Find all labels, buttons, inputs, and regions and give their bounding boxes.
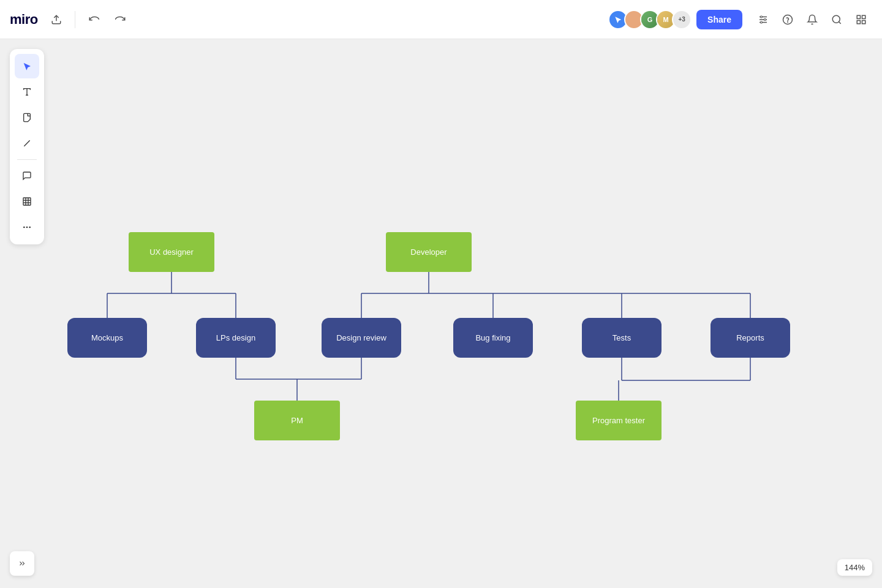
svg-point-6 <box>761 21 763 23</box>
undo-button[interactable] <box>83 9 105 31</box>
node-bug-fixing[interactable]: Bug fixing <box>453 318 533 358</box>
node-tests[interactable]: Tests <box>582 318 662 358</box>
redo-button[interactable] <box>110 9 132 31</box>
node-developer[interactable]: Developer <box>386 232 472 272</box>
svg-point-9 <box>832 15 840 23</box>
svg-line-10 <box>839 21 840 23</box>
canvas[interactable]: UX designer Developer Mockups LPs design… <box>0 39 882 588</box>
svg-line-17 <box>24 140 29 146</box>
more-tools-button[interactable] <box>15 215 39 239</box>
svg-rect-13 <box>857 20 860 23</box>
node-program-tester[interactable]: Program tester <box>576 401 662 440</box>
notifications-button[interactable] <box>801 9 823 31</box>
node-mockups[interactable]: Mockups <box>67 318 147 358</box>
line-tool-button[interactable] <box>15 131 39 156</box>
node-reports[interactable]: Reports <box>710 318 790 358</box>
comment-tool-button[interactable] <box>15 164 39 188</box>
svg-rect-14 <box>862 20 865 23</box>
svg-point-23 <box>23 227 25 228</box>
toolbar-divider <box>17 159 37 160</box>
zoom-indicator: 144% <box>837 559 872 576</box>
node-pm[interactable]: PM <box>254 401 340 440</box>
svg-point-24 <box>26 227 28 228</box>
select-tool-button[interactable] <box>15 54 39 78</box>
svg-point-4 <box>761 16 763 18</box>
sticky-tool-button[interactable] <box>15 105 39 130</box>
svg-rect-11 <box>857 15 860 18</box>
frame-tool-button[interactable] <box>15 189 39 214</box>
settings-button[interactable] <box>752 9 774 31</box>
node-design-review[interactable]: Design review <box>322 318 401 358</box>
text-tool-button[interactable] <box>15 80 39 104</box>
svg-rect-12 <box>862 15 865 18</box>
avatar-extra[interactable]: +3 <box>672 10 692 29</box>
collaborators: G M +3 <box>608 10 692 29</box>
miro-logo: miro <box>10 12 38 28</box>
left-toolbar <box>10 49 44 244</box>
topbar-right-icons <box>752 9 872 31</box>
diagram: UX designer Developer Mockups LPs design… <box>0 39 882 588</box>
svg-point-25 <box>29 227 31 228</box>
svg-point-7 <box>783 15 793 24</box>
topbar-divider-1 <box>75 11 75 28</box>
help-button[interactable] <box>777 9 799 31</box>
upload-button[interactable] <box>45 9 67 31</box>
search-button[interactable] <box>826 9 848 31</box>
svg-point-5 <box>764 18 766 20</box>
share-button[interactable]: Share <box>696 10 742 29</box>
connections-svg <box>0 39 882 588</box>
node-ux-designer[interactable]: UX designer <box>129 232 214 272</box>
node-lps-design[interactable]: LPs design <box>196 318 276 358</box>
board-menu-button[interactable] <box>850 9 872 31</box>
topbar: miro G M <box>0 0 882 39</box>
svg-rect-18 <box>23 198 31 205</box>
collapse-panel-button[interactable] <box>10 551 34 576</box>
